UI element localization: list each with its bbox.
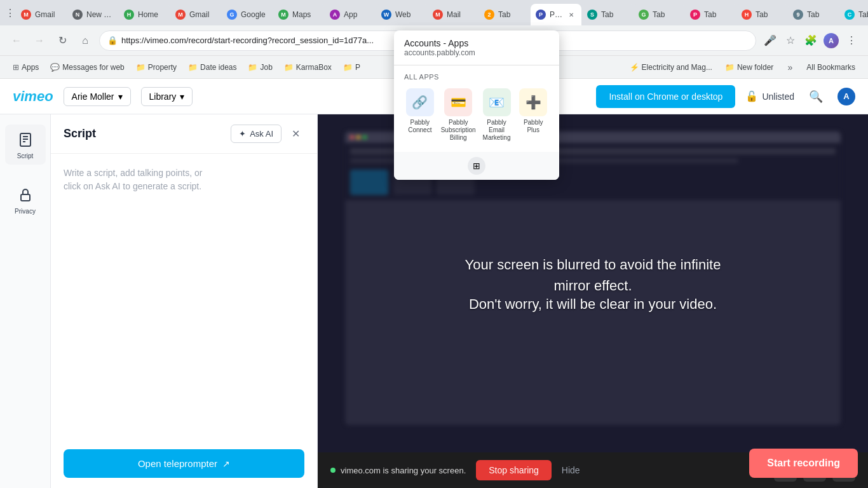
tab-label-16: Tab	[807, 10, 834, 19]
tab-6[interactable]: M Maps	[273, 4, 324, 25]
tab-5[interactable]: G Google	[222, 4, 273, 25]
bookmark-date-ideas[interactable]: 📁 Date ideas	[183, 60, 241, 74]
dropdown-app-connect[interactable]: 🔗 Pabbly Connect	[404, 88, 436, 142]
unlock-icon: 🔓	[745, 90, 758, 102]
dropdown-app-plus[interactable]: ➕ Pabbly Plus	[517, 88, 549, 142]
script-header: Script ✦ Ask AI ✕	[51, 114, 317, 154]
bookmark-p[interactable]: 📁 P	[338, 60, 365, 74]
ask-ai-label: Ask AI	[250, 129, 273, 139]
tab-3[interactable]: H Home	[119, 4, 170, 25]
tab-12[interactable]: S Tab	[582, 4, 633, 25]
install-btn[interactable]: Install on Chrome or desktop	[596, 85, 735, 108]
external-link-icon: ↗	[222, 459, 230, 469]
tab-favicon-7: A	[330, 10, 340, 20]
bookmark-karmabox[interactable]: 📁 KarmaBox	[279, 60, 337, 74]
dropdown-title: Accounts - Apps	[404, 38, 549, 48]
dropdown-app-email[interactable]: 📧 Pabbly Email Marketing	[481, 88, 513, 142]
tab-overflow-btn[interactable]: ⋮	[5, 4, 15, 22]
ask-ai-btn[interactable]: ✦ Ask AI	[231, 125, 281, 143]
reload-btn[interactable]: ↻	[53, 32, 71, 50]
tab-favicon-2: N	[72, 10, 83, 20]
tab-16[interactable]: 9 Tab	[788, 4, 839, 25]
profile-btn[interactable]: A	[822, 32, 840, 50]
tab-2[interactable]: N New Tab	[67, 4, 118, 25]
bookmarks-overflow-btn[interactable]: »	[781, 58, 799, 76]
tab-label-15: Tab	[756, 10, 782, 19]
tab-15[interactable]: H Tab	[736, 4, 787, 25]
teleprompter-btn[interactable]: Open teleprompter ↗	[64, 449, 304, 478]
tab-pabbly[interactable]: P Pabbly ✕	[531, 4, 581, 25]
hide-btn[interactable]: Hide	[562, 465, 580, 475]
mirror-text-overlay: Your screen is blurred to avoid the infi…	[456, 254, 731, 313]
tab-favicon-12: S	[587, 10, 597, 20]
bookmark-messages[interactable]: 💬 Messages for web	[45, 60, 129, 74]
search-btn[interactable]: 🔍	[804, 85, 827, 108]
dropdown-apps-label: All Apps	[394, 71, 559, 83]
all-bookmarks[interactable]: All Bookmarks	[801, 60, 860, 74]
script-placeholder: Write a script, add talking points, orcl…	[51, 154, 317, 309]
sidebar-script-label: Script	[17, 152, 34, 159]
tab-favicon-1: M	[21, 10, 31, 20]
tab-favicon-5: G	[227, 10, 237, 20]
extensions-btn[interactable]: 🧩	[802, 32, 820, 50]
library-select-dropdown[interactable]: Library ▾	[141, 87, 193, 106]
property-folder-icon: 📁	[136, 63, 146, 72]
chrome-menu-btn[interactable]: ⋮	[843, 32, 860, 50]
bookmark-apps[interactable]: ⊞ Apps	[8, 60, 44, 74]
close-script-btn[interactable]: ✕	[287, 125, 304, 143]
tab-close-pabbly[interactable]: ✕	[566, 10, 576, 20]
stop-sharing-btn[interactable]: Stop sharing	[476, 460, 552, 480]
tab-label-9: Mail	[447, 10, 473, 19]
dropdown-app-billing[interactable]: 💳 Pabbly Subscription Billing	[441, 88, 476, 142]
bookmark-p-label: P	[355, 63, 360, 72]
user-avatar[interactable]: A	[837, 88, 855, 105]
bookmark-new-folder-label: New folder	[737, 63, 773, 72]
dropdown-footer-grid-icon[interactable]: ⊞	[468, 157, 485, 175]
tab-8[interactable]: W Web	[376, 4, 427, 25]
bookmark-star-btn[interactable]: ☆	[782, 32, 799, 50]
tab-10[interactable]: 2 Tab	[479, 4, 530, 25]
job-folder-icon: 📁	[248, 63, 257, 72]
bookmark-job[interactable]: 📁 Job	[243, 60, 277, 74]
tab-gmail-1[interactable]: M Gmail	[16, 4, 67, 25]
tab-favicon-17: C	[844, 10, 855, 20]
apps-grid-icon: ⊞	[13, 63, 19, 72]
bookmark-karmabox-label: KarmaBox	[296, 63, 332, 72]
karmabox-folder-icon: 📁	[284, 63, 294, 72]
sidebar: Script Privacy	[0, 114, 51, 488]
dropdown-header: Accounts - Apps accounts.pabbly.com	[394, 30, 559, 60]
tab-14[interactable]: P Tab	[685, 4, 736, 25]
tab-label-1: Gmail	[35, 10, 62, 19]
bookmark-new-folder[interactable]: 📁 New folder	[720, 60, 778, 74]
bookmark-electricity[interactable]: ⚡ Electricity and Mag...	[625, 60, 717, 74]
tab-13[interactable]: G Tab	[634, 4, 684, 25]
new-folder-icon: 📁	[725, 63, 735, 72]
sidebar-item-privacy[interactable]: Privacy	[5, 180, 46, 220]
back-btn[interactable]: ←	[8, 32, 25, 50]
bookmark-property[interactable]: 📁 Property	[131, 60, 182, 74]
home-btn[interactable]: ⌂	[76, 32, 94, 50]
bookmark-date-ideas-label: Date ideas	[200, 63, 236, 72]
tab-label-14: Tab	[704, 10, 731, 19]
tab-favicon-3: H	[124, 10, 134, 20]
dropdown-apps-grid: 🔗 Pabbly Connect 💳 Pabbly Subscription B…	[394, 83, 559, 152]
script-title: Script	[64, 127, 96, 140]
unlisted-badge[interactable]: 🔓 Unlisted	[745, 90, 794, 102]
start-recording-btn[interactable]: Start recording	[749, 449, 858, 478]
sidebar-item-script[interactable]: Script	[5, 125, 46, 165]
tab-9[interactable]: M Mail	[428, 4, 478, 25]
tab-17[interactable]: C Tab	[839, 4, 868, 25]
tab-label-13: Tab	[653, 10, 679, 19]
tab-label-17: Tab	[858, 10, 868, 19]
tab-bar: ⋮ M Gmail N New Tab H Home M Gmail G Goo…	[0, 0, 868, 25]
pabbly-connect-label: Pabbly Connect	[404, 119, 436, 134]
tab-7[interactable]: A App	[325, 4, 376, 25]
tab-favicon-13: G	[639, 10, 649, 20]
user-select-dropdown[interactable]: Arie Moller ▾	[64, 87, 131, 106]
tab-favicon-9: M	[433, 10, 443, 20]
lock-icon: 🔒	[107, 36, 118, 46]
microphone-btn[interactable]: 🎤	[761, 32, 779, 50]
forward-btn[interactable]: →	[31, 32, 48, 50]
tab-4[interactable]: M Gmail	[170, 4, 221, 25]
tab-label-6: Maps	[292, 10, 319, 19]
